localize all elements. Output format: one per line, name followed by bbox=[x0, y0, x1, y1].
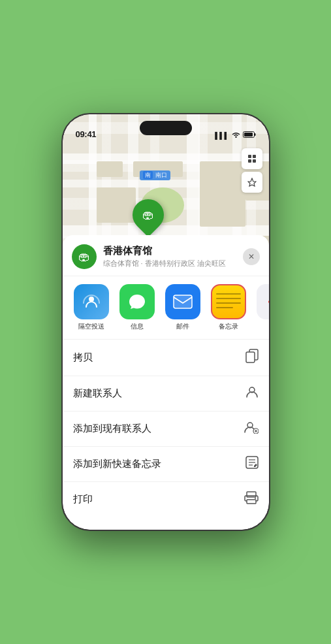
bottom-sheet: 🏟 香港体育馆 综合体育馆 · 香港特别行政区 油尖旺区 ✕ bbox=[63, 235, 269, 530]
close-button[interactable]: ✕ bbox=[243, 248, 260, 265]
action-print-label: 打印 bbox=[73, 493, 93, 506]
svg-rect-4 bbox=[253, 155, 256, 158]
pin-stadium-icon: 🏟 bbox=[142, 208, 154, 222]
map-nankou-label: 南 南口 bbox=[140, 170, 171, 180]
new-contact-icon bbox=[245, 385, 259, 402]
dot-red bbox=[268, 300, 269, 303]
dynamic-island bbox=[140, 121, 192, 135]
phone-screen: 09:41 ▌▌▌ bbox=[63, 114, 269, 530]
print-icon bbox=[244, 491, 259, 507]
place-icon: 🏟 bbox=[72, 244, 97, 269]
notes-lines-decoration bbox=[216, 293, 241, 308]
messages-label: 信息 bbox=[131, 322, 144, 331]
action-quick-note-label: 添加到新快速备忘录 bbox=[73, 458, 161, 470]
airdrop-label: 隔空投送 bbox=[78, 322, 104, 331]
place-subtitle: 综合体育馆 · 香港特别行政区 油尖旺区 bbox=[103, 259, 243, 268]
pin-circle: 🏟 bbox=[126, 193, 170, 237]
action-copy[interactable]: 拷贝 bbox=[63, 340, 269, 376]
status-time: 09:41 bbox=[76, 129, 97, 139]
share-messages[interactable]: 信息 bbox=[118, 284, 157, 331]
svg-point-7 bbox=[89, 297, 94, 302]
more-icon-wrap bbox=[257, 284, 269, 319]
svg-rect-2 bbox=[244, 133, 253, 137]
wifi-icon bbox=[232, 131, 240, 139]
place-header: 🏟 香港体育馆 综合体育馆 · 香港特别行政区 油尖旺区 ✕ bbox=[63, 235, 269, 276]
map-layer-button[interactable] bbox=[242, 148, 262, 169]
map-controls bbox=[242, 148, 262, 195]
add-contact-icon bbox=[244, 421, 259, 437]
mail-icon-wrap bbox=[165, 284, 200, 319]
share-more[interactable]: 推 bbox=[255, 284, 269, 331]
svg-rect-1 bbox=[254, 133, 255, 136]
status-icons: ▌▌▌ bbox=[215, 131, 255, 139]
action-print[interactable]: 打印 bbox=[63, 482, 269, 517]
svg-rect-5 bbox=[248, 159, 251, 163]
svg-rect-6 bbox=[253, 159, 256, 163]
action-new-contact-label: 新建联系人 bbox=[73, 387, 122, 400]
airdrop-icon-wrap bbox=[74, 284, 109, 319]
signal-icon: ▌▌▌ bbox=[215, 132, 229, 139]
action-add-contact[interactable]: 添加到现有联系人 bbox=[63, 411, 269, 447]
share-notes[interactable]: 备忘录 bbox=[209, 284, 248, 331]
quick-note-icon bbox=[245, 456, 259, 472]
action-copy-label: 拷贝 bbox=[73, 351, 93, 364]
notes-label: 备忘录 bbox=[219, 322, 238, 331]
svg-rect-8 bbox=[174, 295, 192, 308]
map-location-button[interactable] bbox=[242, 172, 262, 193]
more-dots bbox=[268, 300, 269, 303]
battery-icon bbox=[243, 131, 256, 139]
copy-icon bbox=[245, 349, 259, 366]
svg-rect-20 bbox=[247, 492, 256, 497]
action-new-contact[interactable]: 新建联系人 bbox=[63, 376, 269, 411]
share-airdrop[interactable]: 隔空投送 bbox=[72, 284, 111, 331]
share-row: 隔空投送 信息 bbox=[63, 276, 269, 340]
svg-point-23 bbox=[255, 498, 256, 499]
phone-frame: 09:41 ▌▌▌ bbox=[61, 113, 270, 531]
share-mail[interactable]: 邮件 bbox=[163, 284, 202, 331]
place-info: 香港体育馆 综合体育馆 · 香港特别行政区 油尖旺区 bbox=[103, 245, 243, 268]
place-name: 香港体育馆 bbox=[103, 245, 243, 257]
svg-rect-10 bbox=[246, 352, 255, 362]
action-quick-note[interactable]: 添加到新快速备忘录 bbox=[63, 447, 269, 482]
mail-label: 邮件 bbox=[176, 322, 189, 331]
svg-rect-22 bbox=[247, 500, 256, 504]
notes-icon-wrap bbox=[211, 284, 246, 319]
messages-icon-wrap bbox=[119, 284, 155, 319]
action-add-contact-label: 添加到现有联系人 bbox=[73, 423, 151, 435]
svg-rect-3 bbox=[248, 155, 251, 158]
